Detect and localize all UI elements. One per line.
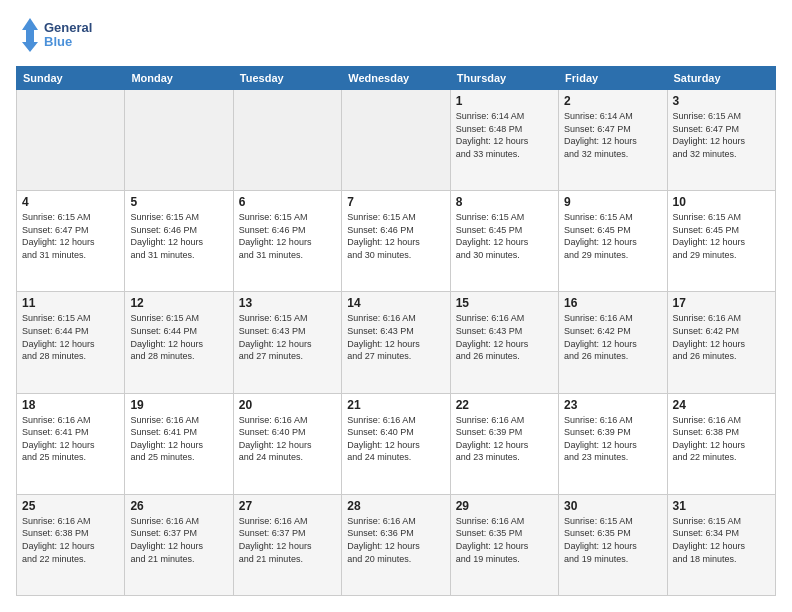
calendar-cell: 16Sunrise: 6:16 AMSunset: 6:42 PMDayligh… — [559, 292, 667, 393]
day-info: Sunrise: 6:15 AMSunset: 6:46 PMDaylight:… — [239, 211, 336, 261]
calendar-cell: 9Sunrise: 6:15 AMSunset: 6:45 PMDaylight… — [559, 191, 667, 292]
day-number: 9 — [564, 195, 661, 209]
day-number: 30 — [564, 499, 661, 513]
day-info: Sunrise: 6:16 AMSunset: 6:37 PMDaylight:… — [239, 515, 336, 565]
calendar-cell: 4Sunrise: 6:15 AMSunset: 6:47 PMDaylight… — [17, 191, 125, 292]
day-info: Sunrise: 6:16 AMSunset: 6:42 PMDaylight:… — [564, 312, 661, 362]
day-number: 7 — [347, 195, 444, 209]
day-number: 18 — [22, 398, 119, 412]
calendar-cell: 27Sunrise: 6:16 AMSunset: 6:37 PMDayligh… — [233, 494, 341, 595]
day-info: Sunrise: 6:16 AMSunset: 6:39 PMDaylight:… — [564, 414, 661, 464]
calendar-week-row: 1Sunrise: 6:14 AMSunset: 6:48 PMDaylight… — [17, 90, 776, 191]
calendar-cell: 3Sunrise: 6:15 AMSunset: 6:47 PMDaylight… — [667, 90, 775, 191]
day-info: Sunrise: 6:15 AMSunset: 6:45 PMDaylight:… — [673, 211, 770, 261]
calendar-week-row: 25Sunrise: 6:16 AMSunset: 6:38 PMDayligh… — [17, 494, 776, 595]
calendar-cell: 15Sunrise: 6:16 AMSunset: 6:43 PMDayligh… — [450, 292, 558, 393]
day-number: 5 — [130, 195, 227, 209]
day-info: Sunrise: 6:15 AMSunset: 6:47 PMDaylight:… — [22, 211, 119, 261]
day-number: 14 — [347, 296, 444, 310]
calendar-cell: 8Sunrise: 6:15 AMSunset: 6:45 PMDaylight… — [450, 191, 558, 292]
day-number: 19 — [130, 398, 227, 412]
calendar-week-row: 11Sunrise: 6:15 AMSunset: 6:44 PMDayligh… — [17, 292, 776, 393]
day-info: Sunrise: 6:16 AMSunset: 6:43 PMDaylight:… — [347, 312, 444, 362]
day-number: 26 — [130, 499, 227, 513]
calendar-cell: 6Sunrise: 6:15 AMSunset: 6:46 PMDaylight… — [233, 191, 341, 292]
day-number: 13 — [239, 296, 336, 310]
day-number: 29 — [456, 499, 553, 513]
calendar-cell — [125, 90, 233, 191]
day-number: 23 — [564, 398, 661, 412]
calendar-cell: 29Sunrise: 6:16 AMSunset: 6:35 PMDayligh… — [450, 494, 558, 595]
day-info: Sunrise: 6:15 AMSunset: 6:45 PMDaylight:… — [564, 211, 661, 261]
day-info: Sunrise: 6:15 AMSunset: 6:44 PMDaylight:… — [130, 312, 227, 362]
calendar-week-row: 4Sunrise: 6:15 AMSunset: 6:47 PMDaylight… — [17, 191, 776, 292]
day-number: 11 — [22, 296, 119, 310]
day-info: Sunrise: 6:15 AMSunset: 6:46 PMDaylight:… — [130, 211, 227, 261]
day-number: 3 — [673, 94, 770, 108]
day-info: Sunrise: 6:16 AMSunset: 6:39 PMDaylight:… — [456, 414, 553, 464]
day-info: Sunrise: 6:15 AMSunset: 6:43 PMDaylight:… — [239, 312, 336, 362]
calendar-cell: 19Sunrise: 6:16 AMSunset: 6:41 PMDayligh… — [125, 393, 233, 494]
calendar-cell: 24Sunrise: 6:16 AMSunset: 6:38 PMDayligh… — [667, 393, 775, 494]
weekday-header: Sunday — [17, 67, 125, 90]
day-info: Sunrise: 6:16 AMSunset: 6:38 PMDaylight:… — [673, 414, 770, 464]
calendar-cell: 20Sunrise: 6:16 AMSunset: 6:40 PMDayligh… — [233, 393, 341, 494]
calendar-cell — [342, 90, 450, 191]
day-info: Sunrise: 6:14 AMSunset: 6:48 PMDaylight:… — [456, 110, 553, 160]
day-info: Sunrise: 6:14 AMSunset: 6:47 PMDaylight:… — [564, 110, 661, 160]
day-info: Sunrise: 6:15 AMSunset: 6:45 PMDaylight:… — [456, 211, 553, 261]
calendar-cell: 26Sunrise: 6:16 AMSunset: 6:37 PMDayligh… — [125, 494, 233, 595]
calendar: SundayMondayTuesdayWednesdayThursdayFrid… — [16, 66, 776, 596]
calendar-cell: 12Sunrise: 6:15 AMSunset: 6:44 PMDayligh… — [125, 292, 233, 393]
header: General Blue — [16, 16, 776, 56]
day-number: 25 — [22, 499, 119, 513]
svg-marker-2 — [22, 18, 38, 52]
weekday-header: Thursday — [450, 67, 558, 90]
calendar-cell: 17Sunrise: 6:16 AMSunset: 6:42 PMDayligh… — [667, 292, 775, 393]
calendar-cell: 22Sunrise: 6:16 AMSunset: 6:39 PMDayligh… — [450, 393, 558, 494]
day-number: 17 — [673, 296, 770, 310]
calendar-cell: 2Sunrise: 6:14 AMSunset: 6:47 PMDaylight… — [559, 90, 667, 191]
day-number: 16 — [564, 296, 661, 310]
day-info: Sunrise: 6:16 AMSunset: 6:38 PMDaylight:… — [22, 515, 119, 565]
day-number: 2 — [564, 94, 661, 108]
day-number: 10 — [673, 195, 770, 209]
calendar-cell: 1Sunrise: 6:14 AMSunset: 6:48 PMDaylight… — [450, 90, 558, 191]
day-number: 1 — [456, 94, 553, 108]
calendar-cell: 5Sunrise: 6:15 AMSunset: 6:46 PMDaylight… — [125, 191, 233, 292]
day-info: Sunrise: 6:15 AMSunset: 6:47 PMDaylight:… — [673, 110, 770, 160]
day-info: Sunrise: 6:15 AMSunset: 6:46 PMDaylight:… — [347, 211, 444, 261]
calendar-cell: 10Sunrise: 6:15 AMSunset: 6:45 PMDayligh… — [667, 191, 775, 292]
day-info: Sunrise: 6:15 AMSunset: 6:35 PMDaylight:… — [564, 515, 661, 565]
day-info: Sunrise: 6:16 AMSunset: 6:35 PMDaylight:… — [456, 515, 553, 565]
day-number: 12 — [130, 296, 227, 310]
day-info: Sunrise: 6:16 AMSunset: 6:37 PMDaylight:… — [130, 515, 227, 565]
day-info: Sunrise: 6:16 AMSunset: 6:40 PMDaylight:… — [347, 414, 444, 464]
weekday-header: Monday — [125, 67, 233, 90]
calendar-cell: 30Sunrise: 6:15 AMSunset: 6:35 PMDayligh… — [559, 494, 667, 595]
calendar-cell: 31Sunrise: 6:15 AMSunset: 6:34 PMDayligh… — [667, 494, 775, 595]
day-number: 28 — [347, 499, 444, 513]
calendar-week-row: 18Sunrise: 6:16 AMSunset: 6:41 PMDayligh… — [17, 393, 776, 494]
calendar-cell: 23Sunrise: 6:16 AMSunset: 6:39 PMDayligh… — [559, 393, 667, 494]
day-number: 31 — [673, 499, 770, 513]
day-number: 24 — [673, 398, 770, 412]
svg-text:General: General — [44, 20, 92, 35]
day-info: Sunrise: 6:16 AMSunset: 6:41 PMDaylight:… — [130, 414, 227, 464]
weekday-header: Wednesday — [342, 67, 450, 90]
day-number: 20 — [239, 398, 336, 412]
day-number: 6 — [239, 195, 336, 209]
day-info: Sunrise: 6:15 AMSunset: 6:34 PMDaylight:… — [673, 515, 770, 565]
day-number: 8 — [456, 195, 553, 209]
logo: General Blue — [16, 16, 111, 56]
day-info: Sunrise: 6:16 AMSunset: 6:42 PMDaylight:… — [673, 312, 770, 362]
day-number: 22 — [456, 398, 553, 412]
calendar-cell — [233, 90, 341, 191]
weekday-header: Tuesday — [233, 67, 341, 90]
logo-svg: General Blue — [16, 16, 111, 56]
calendar-cell: 14Sunrise: 6:16 AMSunset: 6:43 PMDayligh… — [342, 292, 450, 393]
weekday-header: Saturday — [667, 67, 775, 90]
calendar-cell: 11Sunrise: 6:15 AMSunset: 6:44 PMDayligh… — [17, 292, 125, 393]
day-number: 15 — [456, 296, 553, 310]
calendar-cell — [17, 90, 125, 191]
